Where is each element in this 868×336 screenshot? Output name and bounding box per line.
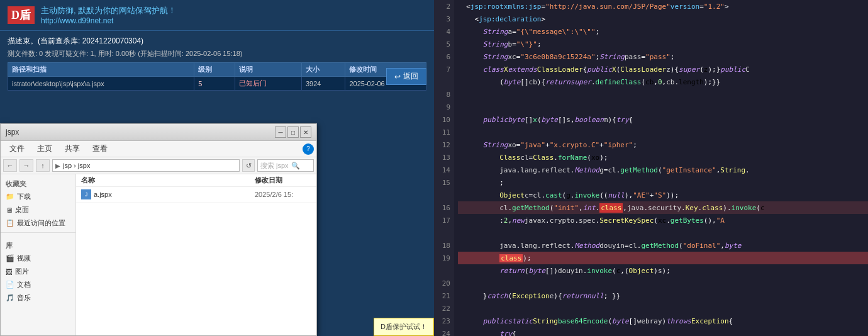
file-icon: J	[81, 189, 91, 199]
code-line-14: java.lang.reflect.Method g = cl.getMetho…	[458, 164, 868, 176]
menu-home[interactable]: 主页	[31, 142, 58, 155]
ln-6: 6	[434, 50, 454, 63]
code-line-8	[458, 88, 868, 101]
tagline: 主动防御, 默默为你的网站保驾护航！	[41, 5, 176, 16]
menu-view[interactable]: 查看	[86, 142, 114, 155]
search-box[interactable]: 搜索 jspx 🔍	[257, 159, 314, 172]
scan-area: 描述束。(当前查杀库: 20241220070304) 测文件数: 0 发现可疑…	[0, 31, 434, 96]
code-line-16b: : 2, new javax.crypto.spec.SecretKeySpec…	[458, 214, 868, 227]
ln-3: 3	[434, 13, 454, 25]
ln-13: 13	[434, 151, 454, 164]
sidebar-item-desktop[interactable]: 🖥 桌面	[1, 203, 75, 216]
folder-icon: 🖥	[6, 206, 13, 214]
search-placeholder: 搜索 jspx	[260, 161, 289, 171]
cell-level: 5	[194, 77, 235, 91]
help-button[interactable]: ?	[303, 143, 314, 155]
menu-file[interactable]: 文件	[3, 142, 31, 155]
minimize-button[interactable]: ─	[275, 126, 286, 138]
fm-content-header: 名称 修改日期	[76, 174, 316, 187]
ln-7b	[434, 76, 454, 88]
search-icon: 🔍	[291, 162, 300, 170]
sidebar-label: 文档	[17, 280, 31, 289]
sidebar-item-video[interactable]: 🎬 视频	[1, 252, 75, 265]
nav-back-button[interactable]: ←	[3, 159, 17, 172]
nav-up-button[interactable]: ↑	[36, 159, 50, 172]
code-line-24: try {	[458, 327, 868, 336]
code-line-10: public byte[] x(byte[] s,boolean m){ try…	[458, 113, 868, 126]
music-icon: 🎵	[6, 294, 14, 302]
col-size: 大小	[301, 63, 345, 77]
sidebar-label: 图片	[15, 267, 29, 276]
col-level: 级别	[194, 63, 235, 77]
ln-19: 19	[434, 252, 454, 264]
file-manager-window: jspx ─ □ ✕ 文件 主页 共享 查看 ? ← → ↑ ▶ jsp › j…	[0, 123, 317, 336]
ln-8: 8	[434, 88, 454, 101]
sidebar-label: 音乐	[17, 293, 31, 303]
code-line-7: class X extends ClassLoader{public X(Cla…	[458, 63, 868, 76]
nav-forward-button[interactable]: →	[19, 159, 33, 172]
table-row[interactable]: istrator\desktop\jsp\jspx\a.jspx 5 已知后门 …	[8, 77, 426, 91]
file-row[interactable]: J a.jspx 2025/2/6 15:	[76, 187, 316, 203]
close-button[interactable]: ✕	[300, 126, 311, 138]
cell-path: istrator\desktop\jsp\jspx\a.jspx	[8, 77, 194, 91]
code-line-15: Object c = cl.cast(g.invoke((null),"AE"+…	[458, 189, 868, 201]
col-desc: 说明	[235, 63, 302, 77]
sidebar-label: 视频	[17, 254, 31, 263]
favorites-section: 收藏夹	[1, 177, 75, 190]
path-bar[interactable]: ▶ jsp › jspx	[52, 159, 240, 172]
folder-icon: 📁	[6, 193, 14, 201]
url: http://www.d99net.net	[41, 16, 176, 25]
docs-icon: 📄	[6, 281, 14, 289]
ln-19b	[434, 264, 454, 277]
file-date: 2025/2/6 15:	[255, 191, 311, 198]
code-line-21: }catch (Exception e){return null; }}	[458, 289, 868, 302]
ln-24: 24	[434, 327, 454, 336]
fm-sidebar: 收藏夹 📁 下载 🖥 桌面 📋 最近访问的位置 库 🎬 视频	[1, 174, 76, 335]
code-line-19: return (byte[]) douyin.invoke(c, (Object…	[458, 264, 868, 277]
code-line-5: String b = "\"}";	[458, 38, 868, 50]
refresh-button[interactable]: ↺	[242, 159, 255, 172]
ln-11: 11	[434, 126, 454, 138]
menu-share[interactable]: 共享	[58, 142, 86, 155]
sidebar-item-docs[interactable]: 📄 文档	[1, 278, 75, 291]
ln-20: 20	[434, 277, 454, 289]
ln-16: 16	[434, 201, 454, 214]
ln-22: 22	[434, 302, 454, 315]
sidebar-item-downloads[interactable]: 📁 下载	[1, 190, 75, 203]
scan-table: 路径和扫描 级别 说明 大小 修改时间 istrator\desktop\jsp…	[8, 62, 426, 91]
col-path: 路径和扫描	[8, 63, 194, 77]
code-line-2: <jsp:root xmlns:jsp="http://java.sun.com…	[458, 0, 868, 13]
code-line-6: String xc="3c6e0b8a9c15224a"; String pas…	[458, 50, 868, 63]
code-line-12: String xo = "java"+"x.crypto.C"+"ipher";	[458, 138, 868, 151]
line-numbers: 2 3 4 5 6 7 8 9 10 11 12 13 14 15 16 17 …	[434, 0, 454, 336]
scan-title: 描述束。(当前查杀库: 20241220070304)	[8, 36, 426, 47]
ln-10: 10	[434, 113, 454, 126]
ln-9: 9	[434, 101, 454, 113]
code-line-7b: (byte[] cb){return super.defineClass(cb,…	[458, 76, 868, 88]
back-button[interactable]: ↩ 返回	[386, 68, 426, 85]
fm-content: 名称 修改日期 J a.jspx 2025/2/6 15:	[76, 174, 316, 335]
code-content: <jsp:root xmlns:jsp="http://java.sun.com…	[454, 0, 868, 336]
code-line-22	[458, 302, 868, 315]
fm-titlebar: jspx ─ □ ✕	[1, 124, 316, 141]
library-section: 库	[1, 238, 75, 252]
ln-2: 2	[434, 0, 454, 13]
ln-17: 17	[434, 214, 454, 227]
sidebar-item-recent[interactable]: 📋 最近访问的位置	[1, 216, 75, 230]
path-text: jsp › jspx	[63, 162, 90, 169]
back-label: 返回	[403, 71, 418, 82]
video-icon: 🎬	[6, 254, 14, 262]
sidebar-item-pictures[interactable]: 🖼 图片	[1, 265, 75, 278]
ln-18: 18	[434, 239, 454, 252]
left-panel: D盾 主动防御, 默默为你的网站保驾护航！ http://www.d99net.…	[0, 0, 434, 336]
code-line-20	[458, 277, 868, 289]
fm-toolbar: ← → ↑ ▶ jsp › jspx ↺ 搜索 jspx 🔍	[1, 157, 316, 174]
fm-menubar: 文件 主页 共享 查看 ?	[1, 141, 316, 157]
ln-23: 23	[434, 315, 454, 327]
fm-controls: ─ □ ✕	[275, 126, 311, 138]
maximize-button[interactable]: □	[287, 126, 299, 138]
scan-stats: 测文件数: 0 发现可疑文件: 1, 用时: 0.00秒 (开始扫描时间: 20…	[8, 49, 426, 59]
sidebar-item-music[interactable]: 🎵 音乐	[1, 291, 75, 305]
col-date-header: 修改日期	[255, 176, 311, 185]
ln-21: 21	[434, 289, 454, 302]
